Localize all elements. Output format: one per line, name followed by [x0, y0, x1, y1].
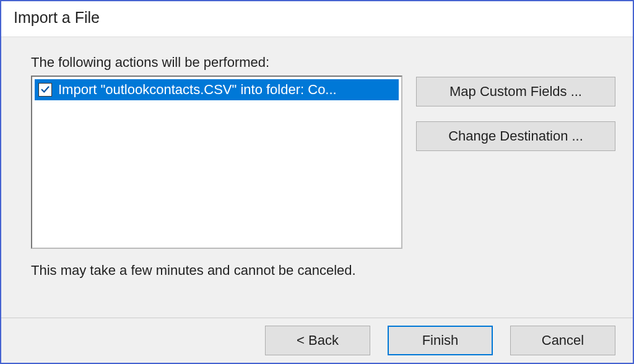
cancel-button[interactable]: Cancel — [510, 326, 615, 355]
dialog-titlebar: Import a File — [1, 1, 633, 37]
content-row: Import "outlookcontacts.CSV" into folder… — [31, 76, 615, 249]
back-button[interactable]: < Back — [265, 326, 370, 355]
import-file-dialog: Import a File The following actions will… — [0, 0, 634, 364]
dialog-content: The following actions will be performed:… — [1, 37, 633, 318]
change-destination-button[interactable]: Change Destination ... — [416, 121, 615, 151]
action-list-item[interactable]: Import "outlookcontacts.CSV" into folder… — [35, 79, 399, 100]
duration-note: This may take a few minutes and cannot b… — [31, 262, 615, 279]
action-item-label: Import "outlookcontacts.CSV" into folder… — [58, 82, 337, 98]
dialog-footer: < Back Finish Cancel — [1, 318, 633, 363]
map-custom-fields-button[interactable]: Map Custom Fields ... — [416, 77, 615, 106]
action-checkbox[interactable] — [38, 83, 52, 97]
checkmark-icon — [41, 85, 50, 94]
finish-button[interactable]: Finish — [388, 326, 493, 355]
actions-label: The following actions will be performed: — [31, 54, 615, 71]
actions-listbox[interactable]: Import "outlookcontacts.CSV" into folder… — [31, 76, 402, 249]
side-buttons: Map Custom Fields ... Change Destination… — [416, 76, 615, 151]
dialog-title: Import a File — [14, 9, 620, 27]
